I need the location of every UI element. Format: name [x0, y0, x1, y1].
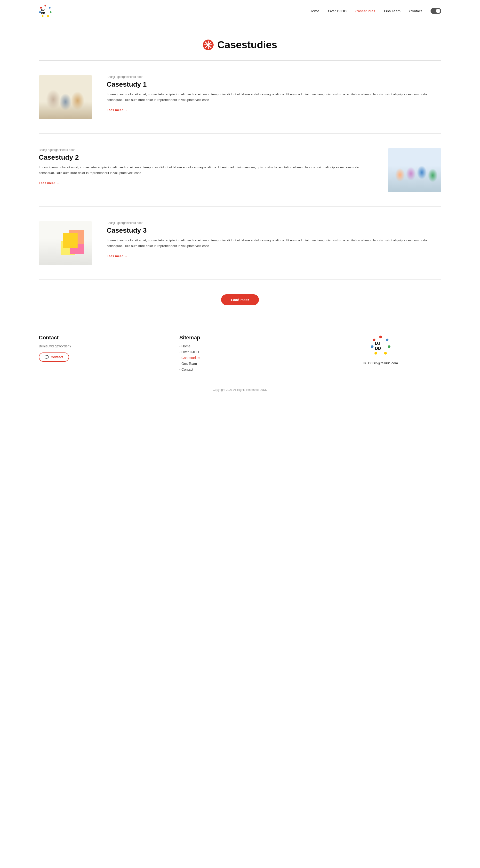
case-content-1: Bedrijf / georganiseerd door Casestudy 1… — [107, 75, 441, 112]
case-image-3 — [39, 221, 92, 265]
svg-rect-51 — [73, 240, 82, 249]
case-content-3: Bedrijf / georganiseerd door Casestudy 3… — [107, 221, 441, 258]
svg-rect-37 — [408, 175, 421, 182]
sitemap-item-contact[interactable]: Contact — [179, 368, 301, 371]
svg-point-15 — [44, 102, 87, 112]
case-title-3: Casestudy 3 — [107, 226, 441, 234]
case-body-1: Lorem ipsum dolor sit amet, consectetur … — [107, 92, 441, 103]
nav-ons-team[interactable]: Ons Team — [384, 9, 401, 13]
svg-rect-24 — [47, 79, 53, 84]
meeting-illustration — [39, 75, 92, 119]
footer-grid: Contact Benieuwd geworden? 💬 Contact Sit… — [39, 335, 441, 373]
svg-rect-45 — [429, 175, 436, 181]
lees-meer-3[interactable]: Lees meer → — [107, 254, 128, 258]
footer-contact-title: Contact — [39, 335, 160, 341]
svg-point-19 — [61, 91, 70, 100]
svg-text:DD: DD — [375, 346, 381, 351]
svg-rect-26 — [47, 85, 53, 90]
svg-rect-20 — [62, 100, 69, 107]
svg-rect-41 — [407, 175, 415, 181]
nav-contact[interactable]: Contact — [409, 9, 422, 13]
case-title-2: Casestudy 2 — [39, 154, 373, 161]
svg-point-65 — [373, 339, 376, 341]
case-block-1: Bedrijf / georganiseerd door Casestudy 1… — [39, 61, 441, 134]
svg-rect-49 — [73, 227, 82, 237]
footer-contact-col: Contact Benieuwd geworden? 💬 Contact — [39, 335, 160, 373]
footer-contact-button[interactable]: 💬 Contact — [39, 352, 69, 362]
sitemap-item-over-djdd[interactable]: Over DJDD — [179, 350, 301, 354]
arrow-icon-2: → — [57, 181, 60, 185]
footer-copyright: Copyright 2021 All Rights Reserved DJDD — [39, 383, 441, 392]
footer-sitemap-title: Sitemap — [179, 335, 301, 341]
case-meta-1: Bedrijf / georganiseerd door — [107, 75, 441, 79]
lees-meer-1[interactable]: Lees meer → — [107, 108, 128, 112]
svg-point-21 — [74, 92, 83, 101]
svg-rect-52 — [67, 253, 76, 262]
nav-over-djdd[interactable]: Over DJDD — [328, 9, 347, 13]
footer-contact-subtitle: Benieuwd geworden? — [39, 344, 160, 348]
site-footer: Contact Benieuwd geworden? 💬 Contact Sit… — [0, 320, 480, 399]
svg-rect-27 — [59, 102, 71, 110]
footer-logo-icon: DJ DD — [370, 335, 391, 356]
cases-section: Bedrijf / georganiseerd door Casestudy 1… — [0, 61, 480, 280]
page-title: Casestudies — [0, 39, 480, 51]
svg-rect-30 — [73, 99, 82, 104]
svg-point-3 — [47, 15, 49, 17]
nav-casestudies[interactable]: Casestudies — [355, 9, 376, 13]
svg-point-42 — [417, 165, 427, 175]
svg-point-63 — [375, 352, 377, 355]
svg-rect-46 — [39, 221, 92, 265]
svg-rect-28 — [60, 103, 71, 110]
email-icon: ✉ — [364, 361, 366, 365]
case-image-2 — [388, 148, 441, 192]
svg-point-62 — [384, 352, 387, 355]
svg-rect-25 — [41, 86, 46, 91]
svg-rect-43 — [418, 174, 425, 181]
arrow-icon-3: → — [124, 254, 128, 258]
svg-rect-36 — [407, 174, 422, 183]
svg-point-17 — [49, 93, 58, 101]
footer-logo-col: DJ DD ✉ DJDD@telluric.com — [320, 335, 441, 373]
svg-point-4 — [42, 15, 44, 17]
svg-rect-16 — [46, 105, 85, 108]
logo[interactable]: DJ DD — [39, 4, 52, 18]
load-more-section: Laad meer — [0, 280, 480, 320]
svg-rect-29 — [73, 98, 82, 105]
sitemap-item-home[interactable]: Home — [179, 344, 301, 348]
case-body-3: Lorem ipsum dolor sit amet, consectetur … — [107, 238, 441, 249]
svg-rect-39 — [397, 176, 404, 182]
svg-rect-35 — [393, 180, 436, 183]
arrow-icon-1: → — [124, 108, 128, 112]
svg-rect-23 — [41, 80, 46, 85]
sitemap-item-casestudies[interactable]: Casestudies — [179, 356, 301, 360]
svg-point-64 — [371, 345, 374, 348]
load-more-button[interactable]: Laad meer — [221, 294, 259, 305]
case-block-3: Bedrijf / georganiseerd door Casestudy 3… — [39, 207, 441, 280]
team-illustration — [388, 148, 441, 192]
svg-point-2 — [50, 11, 52, 13]
footer-sitemap-list: Home Over DJDD Casestudies Ons Team Cont… — [179, 344, 301, 371]
svg-rect-34 — [417, 151, 436, 163]
footer-email: DJDD@telluric.com — [368, 361, 398, 365]
svg-rect-31 — [388, 148, 441, 192]
dark-mode-toggle[interactable] — [431, 8, 441, 14]
hero-section: Casestudies — [0, 22, 480, 60]
case-title-1: Casestudy 1 — [107, 81, 441, 88]
svg-point-44 — [428, 166, 438, 176]
svg-rect-32 — [388, 148, 441, 165]
footer-sitemap-col: Sitemap Home Over DJDD Casestudies Ons T… — [179, 335, 301, 373]
svg-rect-57 — [52, 237, 55, 240]
svg-point-40 — [406, 165, 416, 175]
svg-text:DJ: DJ — [375, 341, 380, 346]
sitemap-item-ons-team[interactable]: Ons Team — [179, 362, 301, 366]
svg-text:DD: DD — [41, 12, 45, 14]
svg-point-5 — [39, 11, 41, 13]
lees-meer-2[interactable]: Lees meer → — [39, 181, 60, 185]
nav-home[interactable]: Home — [310, 9, 319, 13]
svg-point-60 — [386, 339, 388, 341]
footer-email-row: ✉ DJDD@telluric.com — [364, 361, 398, 365]
main-nav: Home Over DJDD Casestudies Ons Team Cont… — [310, 8, 441, 14]
case-meta-2: Bedrijf / georganiseerd door — [39, 148, 373, 152]
logo-icon: DJ DD — [39, 4, 52, 18]
sticky-illustration — [39, 221, 92, 265]
